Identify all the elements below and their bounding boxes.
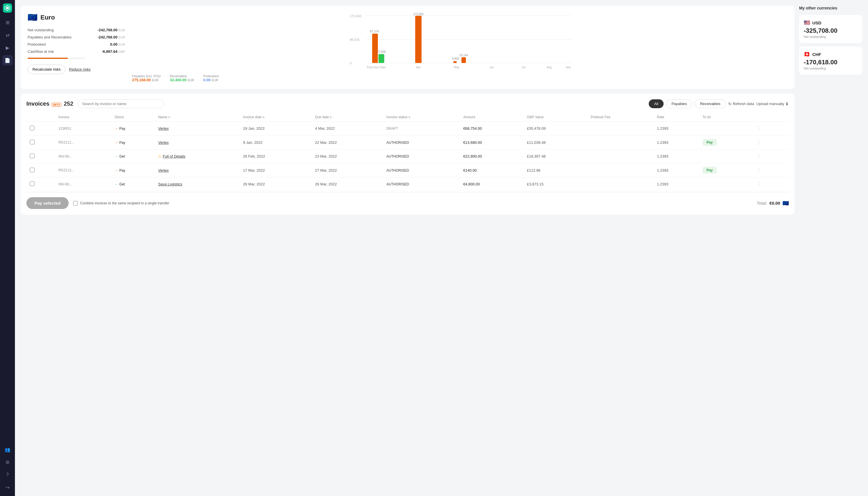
filter-payables-button[interactable]: Payables — [666, 99, 692, 108]
svg-text:86,325: 86,325 — [350, 38, 360, 41]
row-action: Pay — [699, 136, 752, 150]
more-options-button[interactable]: ⋮ — [755, 125, 763, 132]
row-checkbox[interactable] — [30, 168, 34, 172]
filter-receivables-button[interactable]: Receivables — [695, 99, 726, 108]
row-rate: 1.2393 — [654, 122, 699, 136]
upload-manually-button[interactable]: Upload manually ⬇ — [756, 102, 789, 106]
pay-button[interactable]: Pay — [703, 167, 717, 174]
row-invoice-date: 19 Jan, 2022 — [240, 122, 312, 136]
recalculate-risks-button[interactable]: Recalculate risks — [28, 65, 65, 74]
svg-text:172,650: 172,650 — [350, 14, 361, 18]
name-link[interactable]: Full of Details — [163, 154, 185, 158]
row-name: Vertex — [155, 163, 240, 177]
chf-net-outstanding-label: Net outstanding — [804, 66, 858, 70]
name-link[interactable]: Vertex — [158, 168, 169, 172]
usd-net-outstanding-label: Net outstanding — [804, 35, 858, 38]
legend-prebooked: Prebooked 0.00 EUR — [203, 74, 218, 82]
sidebar-item-transactions[interactable]: ⇄ — [2, 30, 13, 40]
legend-prebooked-value: 0.00 EUR — [203, 78, 218, 82]
filter-buttons: All Payables Receivables ↻ Refresh data … — [649, 99, 789, 108]
direction-arrow-icon: ← — [115, 154, 118, 158]
col-name: Name⇅ — [155, 113, 240, 122]
pay-button[interactable]: Pay — [703, 139, 717, 146]
combine-label[interactable]: Combine invoices to the same recipient i… — [73, 201, 169, 205]
sidebar-item-invoices[interactable]: 📄 — [2, 55, 13, 65]
more-options-button[interactable]: ⋮ — [755, 153, 763, 159]
row-checkbox-cell — [27, 150, 55, 163]
name-link[interactable]: Vertex — [158, 126, 169, 130]
svg-text:Aug: Aug — [546, 66, 552, 69]
svg-text:172,650: 172,650 — [413, 13, 424, 16]
refresh-data-button[interactable]: ↻ Refresh data — [728, 102, 754, 106]
direction-label: Pay — [120, 141, 125, 145]
filter-all-button[interactable]: All — [649, 99, 664, 108]
app-logo[interactable] — [3, 3, 12, 13]
usd-code: USD — [812, 20, 822, 25]
more-options-button[interactable]: ⋮ — [755, 139, 763, 146]
row-invoice-id: RG2111... — [55, 163, 111, 177]
row-due-date: 4 Mar, 2022 — [311, 122, 383, 136]
legend-payables-value: 275,168.00 EUR — [132, 78, 161, 82]
direction-label: Pay — [120, 127, 125, 130]
chart-area: 172,650 86,325 0 87,374 27,600 172,650 — [132, 13, 788, 82]
sidebar-item-settings[interactable]: ⚙ — [2, 457, 13, 467]
search-input[interactable] — [78, 99, 164, 108]
sidebar-item-logout[interactable]: ↪ — [2, 482, 13, 493]
stat-payables-receivables: Payables and Receivables -242,768.00 EUR — [28, 35, 125, 39]
usd-currency-card[interactable]: 🇺🇸 USD -325,708.00 Net outstanding — [799, 15, 862, 43]
row-name: Vertex — [155, 122, 240, 136]
svg-text:27,600: 27,600 — [377, 50, 386, 53]
row-gbp-value: £3,873.15 — [524, 177, 587, 191]
col-actions — [751, 113, 789, 122]
row-invoice-date: 26 Feb, 2022 — [240, 150, 312, 163]
row-rate: 1.2393 — [654, 150, 699, 163]
stat-net-value: -242,768.00 EUR — [97, 28, 125, 32]
row-due-date: 27 Mar, 2022 — [311, 163, 383, 177]
row-invoice-id: INV-00... — [55, 177, 111, 191]
row-checkbox-cell — [27, 136, 55, 150]
sidebar-item-team[interactable]: 👥 — [2, 444, 13, 455]
row-status: DRAFT — [383, 122, 460, 136]
name-link[interactable]: Vertex — [158, 140, 169, 145]
direction-arrow-icon: ← — [115, 182, 118, 186]
sidebar-item-play[interactable]: ▶ — [2, 43, 13, 53]
sidebar-item-dashboard[interactable]: ⊞ — [2, 17, 13, 28]
row-rate: 1.2393 — [654, 136, 699, 150]
reduce-risks-button[interactable]: Reduce risks — [69, 67, 90, 72]
row-invoice-date: 17 Mar, 2022 — [240, 163, 312, 177]
row-checkbox[interactable] — [30, 182, 34, 186]
row-invoice-id: INV-00... — [55, 150, 111, 163]
euro-card: 🇪🇺 Euro Net outstanding -242,768.00 EUR … — [21, 6, 794, 89]
row-checkbox[interactable] — [30, 140, 34, 144]
upload-icon: ⬇ — [785, 102, 789, 106]
sidebar-item-help[interactable]: ? — [2, 469, 13, 480]
svg-rect-8 — [372, 34, 378, 63]
chf-currency-card[interactable]: 🇨🇭 CHF -170,618.00 Net outstanding — [799, 46, 862, 75]
row-rate: 1.2393 — [654, 177, 699, 191]
combine-checkbox[interactable] — [73, 201, 78, 205]
euro-header: 🇪🇺 Euro — [28, 13, 125, 22]
combine-text: Combine invoices to the same recipient i… — [80, 201, 169, 205]
invoices-section: Invoices BETA 252 All Payables Receivabl… — [21, 94, 794, 215]
row-checkbox[interactable] — [30, 126, 34, 130]
name-link[interactable]: Sava Logistics — [158, 182, 182, 186]
stat-cashflow: Cashflow at risk -6,997.64 GBP — [28, 49, 125, 54]
svg-rect-16 — [462, 58, 466, 63]
col-status: Invoice status⇅ — [383, 113, 460, 122]
row-checkbox[interactable] — [30, 154, 34, 158]
usd-flag-icon: 🇺🇸 — [804, 19, 810, 26]
more-options-button[interactable]: ⋮ — [755, 167, 763, 174]
warning-icon: ⚠ — [158, 154, 161, 158]
col-gbp: GBP Value — [524, 113, 587, 122]
pay-selected-button[interactable]: Pay selected — [27, 197, 68, 209]
col-prebook: Prebook Fee — [587, 113, 654, 122]
more-options-button[interactable]: ⋮ — [755, 181, 763, 187]
status-badge: AUTHORISED — [386, 182, 409, 186]
table-row: RG2111... → Pay Vertex 9 Jan, 2022 22 Ma… — [27, 136, 789, 150]
table-row: RG2111... → Pay Vertex 17 Mar, 2022 27 M… — [27, 163, 789, 177]
col-due-date: Due date⇅ — [311, 113, 383, 122]
refresh-label: Refresh data — [733, 102, 754, 106]
svg-text:4,800: 4,800 — [452, 57, 459, 60]
stat-pre-value: 0.00 EUR — [110, 42, 125, 46]
total-label: Total: — [757, 201, 767, 205]
